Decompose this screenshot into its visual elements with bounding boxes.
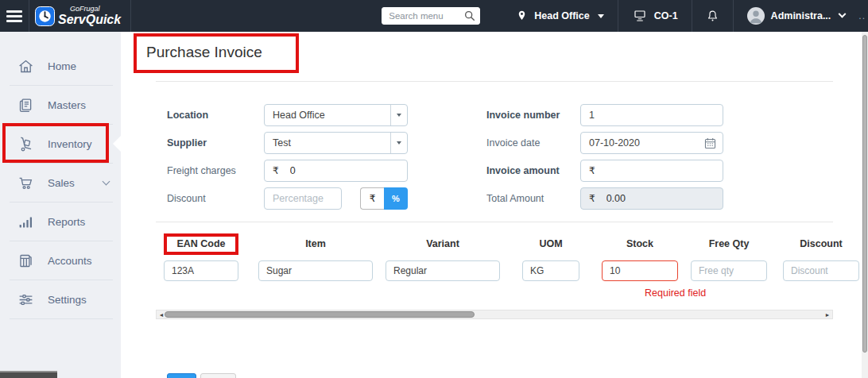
annotation-box-ean-code: EAN Code <box>164 233 238 255</box>
inventory-icon <box>17 135 34 152</box>
discount-input[interactable] <box>264 187 342 210</box>
app-logo[interactable]: GoFrugal ServQuick <box>29 0 130 32</box>
location-pin-icon <box>516 9 528 23</box>
total-amount-input <box>595 193 723 204</box>
total-amount-field: ₹ <box>580 187 723 210</box>
column-header-free-qty: Free Qty <box>691 232 767 256</box>
location-label: Location <box>167 110 264 121</box>
discount-label: Discount <box>167 193 264 204</box>
brand-name-small: GoFrugal <box>70 6 121 13</box>
total-amount-label: Total Amount <box>486 193 580 204</box>
notifications-button[interactable] <box>692 0 733 32</box>
horizontal-scrollbar-thumb[interactable] <box>165 311 475 318</box>
masters-icon <box>17 96 34 114</box>
rupee-symbol: ₹ <box>581 165 595 176</box>
terminal-selector[interactable]: CO-1 <box>618 0 692 32</box>
invoice-amount-input[interactable] <box>595 165 723 176</box>
user-menu[interactable]: Administra... <box>734 0 859 32</box>
discount-rupee-toggle[interactable]: ₹ <box>360 187 384 210</box>
invoice-amount-label: Invoice amount <box>486 165 580 176</box>
vertical-scrollbar-thumb[interactable] <box>862 35 867 353</box>
column-header-stock: Stock <box>602 232 678 256</box>
bottom-left-dark-fragment <box>0 371 57 378</box>
user-label: Administra... <box>771 10 831 21</box>
main-content: Purchase Invoice Location Head Office In… <box>121 32 868 378</box>
column-header-discount: Discount <box>783 232 859 256</box>
table-header-row: EAN Code Item Variant UOM Stock Free Qty… <box>164 232 868 256</box>
search-icon[interactable] <box>463 10 476 22</box>
sidebar-item-label: Home <box>48 60 76 72</box>
column-header-variant: Variant <box>386 232 500 256</box>
invoice-date-label: Invoice date <box>486 137 580 148</box>
location-select[interactable]: Head Office <box>264 104 408 126</box>
ean-code-input[interactable] <box>164 260 238 281</box>
sidebar-item-label: Inventory <box>48 138 92 150</box>
avatar <box>747 7 765 25</box>
divider <box>10 318 113 319</box>
sales-cart-icon <box>17 174 34 191</box>
rupee-symbol: ₹ <box>581 193 595 204</box>
save-button-partial[interactable] <box>167 373 196 378</box>
discount-cell-input[interactable] <box>783 260 859 281</box>
scroll-right-arrow-icon[interactable]: ► <box>823 310 831 318</box>
sidebar-item-label: Masters <box>48 99 86 111</box>
overflow-dots: .. <box>858 10 868 21</box>
terminal-label: CO-1 <box>654 10 678 21</box>
invoice-number-input[interactable] <box>580 104 723 126</box>
supplier-select[interactable]: Test <box>264 132 408 154</box>
sidebar-item-inventory[interactable]: Inventory <box>0 125 121 163</box>
sidebar-item-label: Reports <box>48 216 85 228</box>
chevron-down-icon <box>103 178 110 186</box>
chevron-down-icon <box>397 114 401 117</box>
freight-charges-input[interactable] <box>279 165 407 176</box>
sidebar-item-masters[interactable]: Masters <box>0 86 121 124</box>
sidebar-item-label: Sales <box>48 177 75 189</box>
brand-name-large: ServQuick <box>58 14 121 26</box>
chevron-down-icon <box>397 141 401 145</box>
discount-type-toggle: ₹ % <box>360 187 408 210</box>
sidebar-item-sales[interactable]: Sales <box>0 164 121 202</box>
vertical-scrollbar[interactable] <box>862 32 868 378</box>
terminal-icon <box>632 9 648 23</box>
select-caret-segment[interactable] <box>390 133 407 153</box>
servquick-logo-icon <box>35 6 55 26</box>
sidebar-item-settings[interactable]: Settings <box>0 280 121 318</box>
divider <box>130 0 131 32</box>
active-item-notch <box>113 136 121 152</box>
column-header-item: Item <box>258 232 373 256</box>
discount-percent-toggle[interactable]: % <box>384 187 408 210</box>
sidebar-item-home[interactable]: Home <box>0 47 121 85</box>
table-row <box>164 260 868 281</box>
store-location-label: Head Office <box>534 10 589 21</box>
location-select-value: Head Office <box>265 105 390 125</box>
reports-icon <box>17 213 34 230</box>
freight-charges-field: ₹ <box>264 160 408 182</box>
invoice-items-table: EAN Code Item Variant UOM Stock Free Qty… <box>121 222 868 299</box>
column-header-uom: UOM <box>522 232 579 256</box>
page-title: Purchase Invoice <box>134 33 299 73</box>
free-qty-input[interactable] <box>691 260 767 281</box>
bell-icon <box>706 9 719 24</box>
invoice-amount-field: ₹ <box>580 160 723 182</box>
variant-input[interactable] <box>386 260 500 281</box>
invoice-date-input[interactable] <box>580 132 723 154</box>
invoice-number-label: Invoice number <box>486 110 580 121</box>
horizontal-scrollbar[interactable]: ◄ ► <box>156 310 833 319</box>
accounts-icon <box>17 252 34 269</box>
sidebar-item-reports[interactable]: Reports <box>0 202 121 241</box>
store-location-selector[interactable]: Head Office <box>502 0 617 32</box>
select-caret-segment[interactable] <box>390 105 407 125</box>
settings-sliders-icon <box>17 291 34 308</box>
sidebar-item-label: Settings <box>48 294 87 306</box>
search-menu <box>382 7 480 25</box>
supplier-label: Supplier <box>167 137 264 148</box>
rupee-symbol: ₹ <box>265 165 279 176</box>
stock-input[interactable] <box>602 260 678 281</box>
chevron-down-icon <box>598 14 604 18</box>
uom-input[interactable] <box>522 260 579 281</box>
item-input[interactable] <box>258 260 373 281</box>
home-icon <box>17 57 34 75</box>
sidebar-item-accounts[interactable]: Accounts <box>0 241 121 280</box>
cancel-button-partial[interactable] <box>200 373 236 378</box>
hamburger-menu-icon[interactable] <box>0 0 29 32</box>
